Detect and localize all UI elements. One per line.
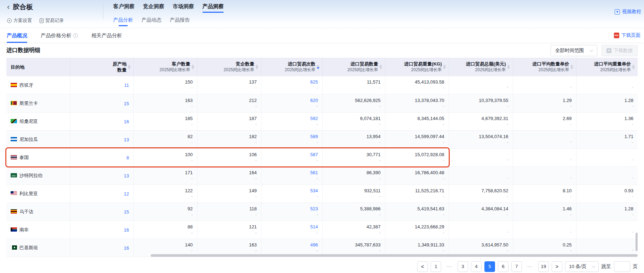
trade-count-link[interactable]: 496: [261, 242, 318, 248]
table-row: 西班牙11150-137-625-11,571-45,413,093.58---…: [6, 76, 638, 94]
info-icon: [73, 33, 78, 38]
column-header-8[interactable]: 进口平均数量单价2025同比增长率: [513, 58, 576, 76]
origin-count-link[interactable]: 8: [126, 155, 129, 160]
growth-value: -: [261, 176, 318, 182]
sub-tab-1[interactable]: 产品动态: [142, 17, 161, 26]
growth-value: -: [513, 157, 572, 163]
quick-link-1[interactable]: 贸易记录: [40, 17, 64, 24]
page-button-7[interactable]: 7: [511, 261, 522, 272]
page-tab-1[interactable]: 产品价格分析: [41, 28, 78, 43]
metric-cell: 182-: [197, 130, 261, 148]
origin-count-link[interactable]: 16: [124, 119, 129, 124]
next-page-button[interactable]: >: [552, 261, 562, 272]
metric-cell: 11,571-: [322, 76, 385, 94]
metric-value: [449, 170, 508, 175]
origin-count-link[interactable]: 13: [124, 137, 129, 142]
page-button-19[interactable]: 19: [538, 261, 549, 272]
download-data-button[interactable]: 下载数据: [602, 45, 638, 56]
metric-value: 163: [134, 97, 193, 103]
metric-value: 0.93: [576, 188, 634, 194]
growth-value: -: [261, 103, 318, 109]
trade-count-link[interactable]: 514: [261, 224, 318, 230]
prev-page-button[interactable]: <: [417, 261, 428, 272]
back-icon[interactable]: ‹: [7, 3, 10, 11]
page-button-3[interactable]: 3: [458, 261, 468, 272]
main-tab-0[interactable]: 客户洞察: [113, 3, 134, 13]
metric-value: 30,771: [323, 152, 381, 158]
column-header-1[interactable]: 原产地数量: [70, 58, 133, 76]
trade-count-link[interactable]: 523: [261, 206, 318, 212]
page-tab-2[interactable]: 相关产品分析: [91, 28, 122, 43]
metric-cell: 4,384,084.14-: [449, 203, 513, 221]
vertical-scrollbar[interactable]: [636, 233, 638, 251]
video-tutorial-label: 视频教程: [622, 8, 641, 15]
column-header-7[interactable]: 进口贸易总额(美元)2025同比增长率: [449, 58, 513, 76]
origin-count-link[interactable]: 16: [124, 227, 129, 233]
column-header-4[interactable]: 进口贸易次数2025同比增长率: [261, 58, 322, 76]
metric-cell: 16,786,400.48-: [385, 166, 449, 184]
page-ellipsis[interactable]: •••: [444, 261, 455, 272]
page-button-6[interactable]: 6: [498, 261, 508, 272]
metric-cell: -: [449, 221, 513, 239]
growth-value: -: [385, 194, 444, 200]
main-tab-2[interactable]: 市场洞察: [173, 3, 194, 13]
sub-tab-2[interactable]: 产品报告: [170, 17, 190, 26]
page-button-1[interactable]: 1: [431, 261, 441, 272]
metric-value: 1.28: [576, 97, 634, 103]
origin-count-link[interactable]: 15: [124, 101, 129, 106]
origin-count-link[interactable]: 13: [124, 173, 129, 178]
chevron-down-icon: [590, 48, 593, 52]
country-flag-icon: [11, 83, 17, 87]
destination-cell: 巴基斯坦: [6, 239, 70, 257]
sub-tab-0[interactable]: 产品分析: [113, 17, 133, 26]
trade-count-link[interactable]: 534: [261, 188, 318, 194]
time-range-select[interactable]: 全部时间范围: [551, 45, 597, 56]
metric-cell: -: [513, 148, 576, 166]
page-button-5[interactable]: 5: [484, 261, 495, 272]
trade-count-link[interactable]: 587: [261, 152, 318, 158]
trade-count-link[interactable]: 589: [261, 133, 318, 140]
page-tab-0[interactable]: 产品概况: [7, 28, 27, 43]
column-header-3[interactable]: 竞企数量2025同比增长率: [197, 58, 261, 76]
metric-cell: 163-: [133, 94, 197, 112]
column-header-2[interactable]: 客户数量2025同比增长率: [133, 58, 197, 76]
download-page-link[interactable]: 下载页面: [614, 28, 640, 43]
page-button-4[interactable]: 4: [471, 261, 482, 272]
origin-count-link[interactable]: 12: [124, 191, 129, 197]
page-size-select[interactable]: 10 条/页: [565, 261, 599, 272]
growth-value: -: [323, 230, 381, 236]
country-name: 乌干达: [19, 209, 33, 214]
quick-link-0[interactable]: 方案设置: [7, 17, 32, 24]
origin-count-cell: 13: [70, 166, 133, 184]
trade-count-link[interactable]: 620: [261, 97, 318, 103]
metric-value: 10,379,379.55: [449, 97, 508, 103]
table-row: 利比里亚12122-149-534-932,511-11,525,216.71-…: [6, 184, 638, 203]
column-header-9[interactable]: 进口平均重量单价2025同比增长率: [576, 58, 638, 76]
table-header-row: 目的地原产地数量客户数量2025同比增长率竞企数量2025同比增长率进口贸易次数…: [6, 58, 638, 76]
page-ellipsis[interactable]: •••: [525, 261, 535, 272]
metric-cell: 7,758,620.52-: [449, 184, 513, 203]
main-tab-3[interactable]: 产品洞察: [202, 3, 224, 13]
jump-page-input[interactable]: [614, 261, 630, 272]
origin-count-cell: 16: [70, 239, 133, 257]
metric-cell: 1.46-: [513, 203, 576, 221]
sort-carets-icon: [379, 65, 382, 69]
jump-to-page: 跳至页: [602, 261, 638, 272]
product-insight-page: ‹ 胶合板 方案设置贸易记录 客户洞察竞企洞察市场洞察产品洞察 产品分析产品动态…: [0, 0, 644, 273]
metric-value: 2.69: [513, 115, 572, 121]
origin-count-link[interactable]: 16: [124, 245, 129, 251]
column-header-5[interactable]: 进口贸易数量2025同比增长率: [322, 58, 385, 76]
country-name: 泰国: [19, 155, 29, 160]
trade-count-link[interactable]: 592: [261, 115, 318, 121]
horizontal-scrollbar[interactable]: [151, 254, 638, 257]
metric-value: 4,384,084.14: [449, 206, 508, 212]
growth-value: -: [576, 103, 634, 109]
metric-value: 13,504,074.16: [449, 133, 508, 140]
origin-count-link[interactable]: 11: [124, 83, 129, 88]
video-tutorial-link[interactable]: 视频教程: [615, 8, 641, 15]
main-tab-1[interactable]: 竞企洞察: [143, 3, 164, 13]
origin-count-link[interactable]: 15: [124, 209, 129, 215]
trade-count-link[interactable]: 625: [261, 79, 318, 85]
trade-count-link[interactable]: 561: [261, 170, 318, 176]
column-header-6[interactable]: 进口贸易重量(KG)2025同比增长率: [385, 58, 449, 76]
